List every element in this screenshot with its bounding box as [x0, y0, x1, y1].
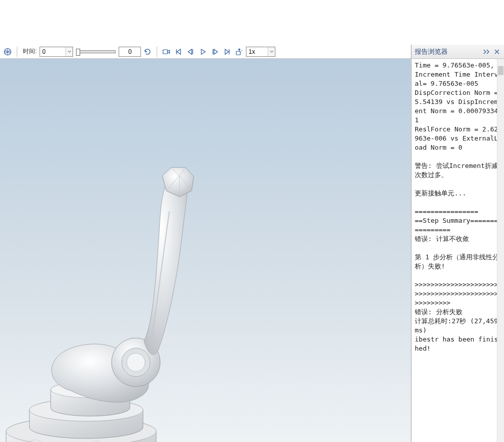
refresh-icon[interactable]: [142, 46, 153, 57]
close-icon[interactable]: [493, 48, 501, 56]
collapse-icon[interactable]: [483, 48, 491, 56]
model-geometry: [5, 150, 213, 442]
chevron-down-icon: [268, 47, 275, 56]
vertical-scrollbar[interactable]: [497, 59, 504, 442]
svg-rect-2: [236, 51, 240, 55]
scrollbar-thumb[interactable]: [498, 66, 503, 75]
speed-combo[interactable]: 1x: [246, 47, 275, 57]
time-slider[interactable]: [76, 50, 116, 53]
log-line: 更新接触单元...: [415, 189, 466, 197]
svg-point-11: [127, 353, 145, 371]
camera-icon[interactable]: [161, 46, 172, 57]
speed-value: 1x: [246, 48, 268, 55]
log-output[interactable]: Time = 9.76563e-005, Increment Time Inte…: [412, 59, 504, 442]
svg-rect-1: [163, 50, 168, 54]
step-back-icon[interactable]: [185, 46, 196, 57]
globe-home-icon[interactable]: [2, 46, 13, 57]
log-step-summary: ==Step Summary================: [415, 217, 498, 233]
export-icon[interactable]: [234, 46, 245, 57]
animation-toolbar: 时间: 0: [0, 45, 411, 59]
log-line: Time = 9.76563e-005, Increment Time Inte…: [415, 61, 498, 87]
panel-titlebar: 报告浏览器: [412, 45, 504, 59]
log-line: ReslForce Norm = 2.62963e-006 vs Externa…: [415, 125, 498, 151]
log-error: 错误: 分析失败: [415, 308, 462, 316]
log-time: 计算总耗时:27秒 (27,459ms): [415, 317, 498, 334]
report-browser-panel: 报告浏览器 Time = 9.76563e-005, Increment Tim…: [411, 45, 504, 442]
log-separator: >>>>>>>>>>>>>>>>>>>>>>>>>>>>>>>>>>>>>>>>…: [415, 281, 498, 307]
time-combo[interactable]: 0: [40, 47, 73, 57]
time-input[interactable]: [119, 47, 141, 57]
log-separator: ================: [415, 208, 478, 215]
chevron-down-icon: [65, 47, 73, 56]
log-warning: 警告: 尝试Increment折减次数过多。: [415, 162, 498, 179]
step-forward-icon[interactable]: [209, 46, 221, 57]
window-chrome-spacer: [0, 0, 504, 45]
play-icon[interactable]: [197, 46, 208, 57]
time-combo-value: 0: [40, 48, 65, 55]
time-label: 时间:: [23, 47, 37, 56]
log-fail: 第 1 步分析（通用非线性分析）失败!: [415, 253, 499, 270]
log-error: 错误: 计算不收敛: [415, 235, 469, 243]
log-line: DispCorrection Norm = 5.54139 vs DispInc…: [415, 89, 502, 124]
panel-title: 报告浏览器: [415, 47, 448, 56]
log-finished: ibestr has been finished!: [415, 335, 498, 352]
skip-end-icon[interactable]: [222, 46, 233, 57]
slider-thumb[interactable]: [76, 49, 80, 56]
3d-viewport[interactable]: [0, 59, 411, 442]
skip-start-icon[interactable]: [173, 46, 184, 57]
